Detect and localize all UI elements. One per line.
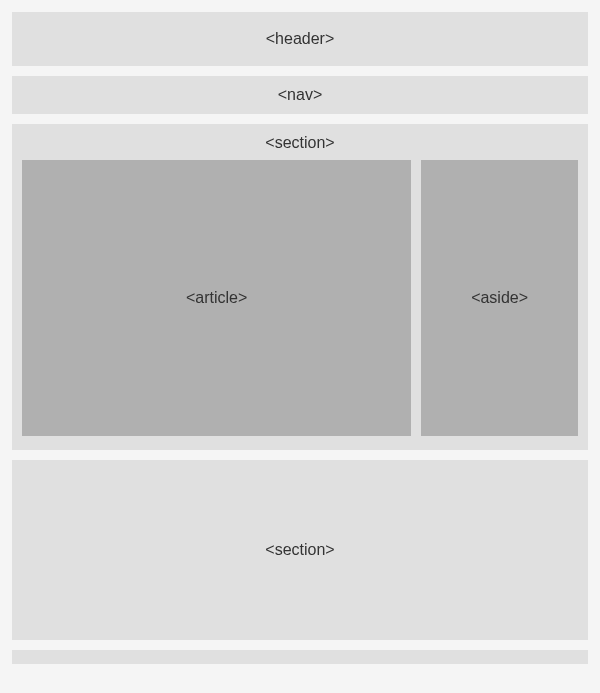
section-block-2: <section>: [12, 460, 588, 640]
footer-peek: [12, 650, 588, 664]
nav-block: <nav>: [12, 76, 588, 114]
section2-label: <section>: [265, 541, 334, 559]
header-block: <header>: [12, 12, 588, 66]
aside-block: <aside>: [421, 160, 578, 436]
nav-label: <nav>: [278, 86, 322, 104]
aside-label: <aside>: [471, 289, 528, 307]
header-label: <header>: [266, 30, 335, 48]
section1-label-wrap: <section>: [22, 134, 578, 152]
section-block-1: <section> <article> <aside>: [12, 124, 588, 450]
article-block: <article>: [22, 160, 411, 436]
section1-label: <section>: [265, 134, 334, 151]
section1-row: <article> <aside>: [22, 160, 578, 436]
article-label: <article>: [186, 289, 247, 307]
